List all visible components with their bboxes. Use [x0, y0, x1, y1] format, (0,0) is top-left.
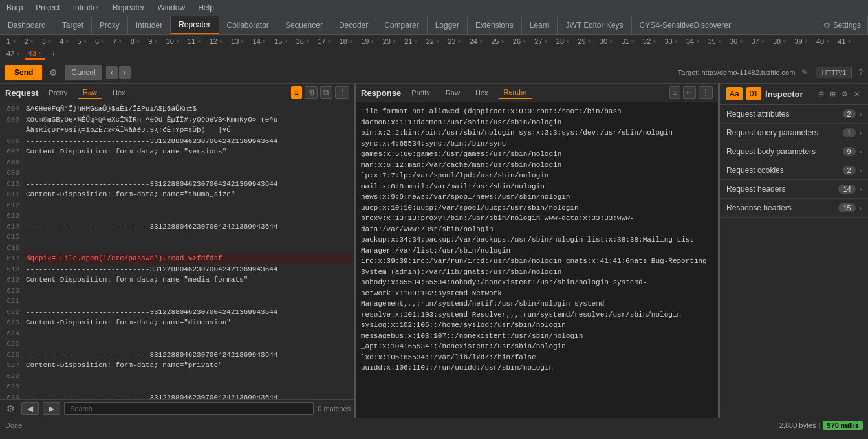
- search-input[interactable]: [64, 402, 314, 415]
- tab-target[interactable]: Target: [54, 16, 92, 34]
- settings-gear-icon[interactable]: ⚙: [46, 65, 61, 80]
- inspector-close-icon[interactable]: ✕: [852, 89, 862, 100]
- inspector-view-icon-text[interactable]: Aa: [726, 87, 743, 100]
- repeater-tab-3[interactable]: 3 ×: [38, 36, 55, 47]
- repeater-tab-26[interactable]: 26 ×: [509, 36, 530, 47]
- tab-comparer[interactable]: Comparer: [376, 16, 427, 34]
- repeater-tab-21[interactable]: 21 ×: [400, 36, 422, 47]
- close-icon[interactable]: ×: [805, 38, 808, 45]
- repeater-tab-36[interactable]: 36 ×: [726, 36, 747, 47]
- close-icon[interactable]: ×: [83, 38, 87, 45]
- repeater-tab-28[interactable]: 28 ×: [552, 36, 574, 47]
- send-button[interactable]: Send: [5, 65, 42, 80]
- repeater-tab-5[interactable]: 5 ×: [74, 36, 91, 47]
- repeater-tab-42[interactable]: 42 ×: [3, 49, 24, 59]
- repeater-tab-25[interactable]: 25 ×: [487, 36, 508, 47]
- tab-dashboard[interactable]: Dashboard: [0, 16, 54, 34]
- close-icon[interactable]: ×: [30, 38, 34, 45]
- close-icon[interactable]: ×: [675, 38, 678, 45]
- inspector-row-1[interactable]: Request query parameters 1 ›: [720, 124, 868, 142]
- response-tab-raw[interactable]: Raw: [440, 87, 465, 98]
- cancel-button[interactable]: Cancel: [65, 65, 102, 80]
- menu-project[interactable]: Project: [34, 1, 61, 14]
- close-icon[interactable]: ×: [761, 38, 765, 45]
- response-tab-pretty[interactable]: Pretty: [406, 87, 435, 98]
- repeater-tab-9[interactable]: 9 ×: [144, 36, 161, 47]
- search-next-button[interactable]: ▶: [43, 402, 60, 415]
- repeater-tab-29[interactable]: 29 ×: [574, 36, 595, 47]
- repeater-tab-7[interactable]: 7 ×: [109, 36, 125, 47]
- tab-sequencer[interactable]: Sequencer: [277, 16, 331, 34]
- close-icon[interactable]: ×: [566, 38, 569, 45]
- repeater-tab-20[interactable]: 20 ×: [379, 36, 400, 47]
- menu-burp[interactable]: Burp: [5, 1, 24, 14]
- close-icon[interactable]: ×: [241, 38, 244, 45]
- http-version-badge[interactable]: HTTP/1: [816, 67, 852, 78]
- close-icon[interactable]: ×: [479, 38, 483, 45]
- repeater-tab-31[interactable]: 31 ×: [617, 36, 638, 47]
- repeater-tab-38[interactable]: 38 ×: [769, 36, 790, 47]
- close-icon[interactable]: ×: [739, 38, 743, 45]
- tab-learn[interactable]: Learn: [522, 16, 558, 34]
- request-view-icon-1[interactable]: ≡: [291, 86, 302, 99]
- close-icon[interactable]: ×: [284, 38, 287, 45]
- response-tab-hex[interactable]: Hex: [470, 87, 494, 98]
- response-more-icon[interactable]: ⋮: [699, 86, 713, 99]
- repeater-tab-33[interactable]: 33 ×: [660, 36, 682, 47]
- inspector-row-2[interactable]: Request body parameters 9 ›: [720, 142, 868, 161]
- response-view-icon-1[interactable]: ≡: [669, 86, 680, 99]
- close-icon[interactable]: ×: [523, 38, 526, 45]
- repeater-tab-15[interactable]: 15 ×: [270, 36, 292, 47]
- repeater-tab-27[interactable]: 27 ×: [530, 36, 552, 47]
- tab-logger[interactable]: Logger: [428, 16, 468, 34]
- close-icon[interactable]: ×: [393, 38, 396, 45]
- nav-back-button[interactable]: ‹: [106, 66, 118, 79]
- tab-jwt-editor[interactable]: JWT Editor Keys: [558, 16, 631, 34]
- close-icon[interactable]: ×: [588, 38, 591, 45]
- repeater-tab-12[interactable]: 12 ×: [206, 36, 227, 47]
- close-icon[interactable]: ×: [65, 38, 69, 45]
- repeater-tab-32[interactable]: 32 ×: [639, 36, 660, 47]
- inspector-row-5[interactable]: Response headers 15 ›: [720, 199, 868, 218]
- close-icon[interactable]: ×: [136, 38, 140, 45]
- close-icon[interactable]: ×: [101, 38, 104, 45]
- close-icon[interactable]: ×: [848, 38, 851, 45]
- inspector-row-0[interactable]: Request attributes 2 ›: [720, 105, 868, 124]
- repeater-tab-18[interactable]: 18 ×: [336, 36, 357, 47]
- tab-repeater[interactable]: Repeater: [171, 16, 219, 34]
- menu-intruder[interactable]: Intruder: [72, 1, 101, 14]
- repeater-tab-14[interactable]: 14 ×: [249, 36, 270, 47]
- repeater-tab-34[interactable]: 34 ×: [682, 36, 704, 47]
- tab-proxy[interactable]: Proxy: [92, 16, 128, 34]
- close-icon[interactable]: ×: [306, 38, 309, 45]
- add-tab-button[interactable]: +: [46, 47, 61, 60]
- close-icon[interactable]: ×: [436, 38, 439, 45]
- close-icon[interactable]: ×: [501, 38, 505, 45]
- repeater-tab-41[interactable]: 41 ×: [834, 36, 856, 47]
- repeater-tab-22[interactable]: 22 ×: [422, 36, 444, 47]
- repeater-tab-40[interactable]: 40 ×: [812, 36, 834, 47]
- tab-cys4[interactable]: CYS4-SensitiveDiscoverer: [632, 16, 739, 34]
- request-copy-icon[interactable]: ⧉: [320, 86, 332, 99]
- close-icon[interactable]: ×: [414, 38, 417, 45]
- close-icon[interactable]: ×: [653, 38, 656, 45]
- response-tab-render[interactable]: Render: [498, 86, 532, 99]
- request-tab-raw[interactable]: Raw: [78, 86, 102, 99]
- close-icon[interactable]: ×: [154, 38, 157, 45]
- close-icon[interactable]: ×: [263, 38, 266, 45]
- close-icon[interactable]: ×: [176, 38, 179, 45]
- tab-extensions[interactable]: Extensions: [468, 16, 522, 34]
- close-icon[interactable]: ×: [826, 38, 829, 45]
- repeater-tab-13[interactable]: 13 ×: [227, 36, 248, 47]
- repeater-tab-17[interactable]: 17 ×: [314, 36, 335, 47]
- inspector-view-icon-hex[interactable]: 01: [746, 87, 761, 100]
- request-code-content[interactable]: $A0HëéFqÑ°Ï}hHMGsæÛ}$äÈí/Ï£PüíA$þ6ãÛKm±$…: [23, 102, 354, 399]
- inspector-align-icon[interactable]: ⊟: [816, 89, 826, 100]
- repeater-tab-23[interactable]: 23 ×: [444, 36, 465, 47]
- repeater-tab-37[interactable]: 37 ×: [747, 36, 768, 47]
- tab-collaborator[interactable]: Collaborator: [219, 16, 277, 34]
- repeater-tab-19[interactable]: 19 ×: [357, 36, 378, 47]
- repeater-tab-1[interactable]: 1 ×: [3, 36, 19, 47]
- inspector-expand-icon[interactable]: ⊞: [828, 89, 838, 100]
- close-icon[interactable]: ×: [327, 38, 331, 45]
